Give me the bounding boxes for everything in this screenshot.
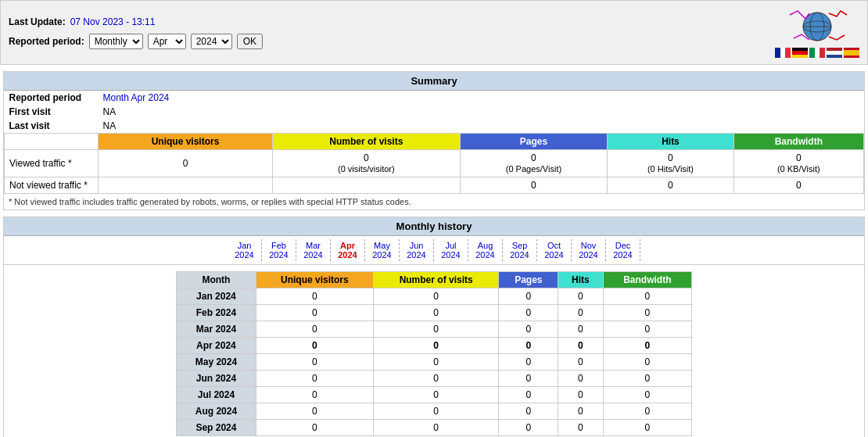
row-month: Jul 2024: [177, 387, 256, 403]
row-month: May 2024: [177, 354, 256, 371]
row-month: Jun 2024: [177, 371, 256, 387]
row-month: Apr 2024: [177, 338, 256, 354]
history-row: Jul 2024 0 0 0 0 0: [177, 387, 692, 403]
month-nav-item[interactable]: Jan2024: [228, 239, 262, 261]
summary-footnote: * Not viewed traffic includes traffic ge…: [4, 194, 864, 210]
row-hits: 0: [558, 371, 603, 387]
row-month: Feb 2024: [177, 305, 256, 321]
month-nav-item[interactable]: Sep2024: [503, 239, 537, 261]
row-pages: 0: [499, 371, 558, 387]
row-month: Jan 2024: [177, 288, 256, 305]
reported-period-row: Reported period: Daily Monthly Yearly Ja…: [9, 34, 263, 49]
monthly-history-section: Monthly history Jan2024Feb2024Mar2024Apr…: [3, 217, 865, 437]
month-nav-item[interactable]: May2024: [365, 239, 400, 261]
ok-button[interactable]: OK: [237, 34, 263, 49]
logo-area: [775, 7, 859, 58]
month-nav-item[interactable]: Jul2024: [434, 239, 468, 261]
month-nav-item[interactable]: Apr2024: [331, 239, 365, 261]
flag-italy: [809, 48, 825, 58]
last-visit-row: Last visit NA: [5, 119, 864, 134]
reported-period-label: Reported period:: [9, 36, 84, 47]
viewed-bandwidth: 0 (0 KB/Visit): [733, 150, 863, 177]
row-pages: 0: [499, 403, 558, 420]
row-unique: 0: [256, 338, 373, 354]
top-bar: Last Update: 07 Nov 2023 - 13:11 Reporte…: [0, 0, 868, 65]
period-select[interactable]: Daily Monthly Yearly: [89, 34, 143, 49]
lv-value: NA: [99, 119, 864, 134]
h-col-hits: Hits: [558, 272, 603, 288]
col-visits-header: Number of visits: [273, 134, 461, 150]
flag-germany: [792, 48, 808, 58]
col-unique-header: Unique visitors: [99, 134, 273, 150]
history-header-row: Month Unique visitors Number of visits P…: [177, 272, 692, 288]
row-unique: 0: [256, 420, 373, 436]
history-row: Apr 2024 0 0 0 0 0: [177, 338, 692, 354]
row-visits: 0: [373, 321, 499, 338]
not-viewed-bandwidth: 0: [733, 177, 863, 194]
h-col-month: Month: [177, 272, 256, 288]
col-bandwidth-header: Bandwidth: [733, 134, 863, 150]
viewed-label: Viewed traffic *: [5, 150, 99, 177]
h-col-unique: Unique visitors: [256, 272, 373, 288]
row-pages: 0: [499, 354, 558, 371]
history-row: Sep 2024 0 0 0 0 0: [177, 420, 692, 436]
row-hits: 0: [558, 321, 603, 338]
first-visit-row: First visit NA: [5, 105, 864, 119]
year-select[interactable]: 202220232024: [191, 34, 232, 49]
row-bandwidth: 0: [603, 354, 691, 371]
month-nav-item[interactable]: Feb2024: [262, 239, 296, 261]
row-hits: 0: [558, 354, 603, 371]
month-nav: Jan2024Feb2024Mar2024Apr2024May2024Jun20…: [4, 236, 864, 265]
row-pages: 0: [499, 387, 558, 403]
history-row: Mar 2024 0 0 0 0 0: [177, 321, 692, 338]
fv-label: First visit: [5, 105, 99, 119]
viewed-visits: 0 (0 visits/visitor): [273, 150, 461, 177]
history-row: May 2024 0 0 0 0 0: [177, 354, 692, 371]
history-row: Jan 2024 0 0 0 0 0: [177, 288, 692, 305]
month-nav-item[interactable]: Aug2024: [468, 239, 503, 261]
not-viewed-traffic-row: Not viewed traffic * 0 0 0: [5, 177, 864, 194]
row-month: Mar 2024: [177, 321, 256, 338]
summary-header-row: Unique visitors Number of visits Pages H…: [5, 134, 864, 150]
not-viewed-hits: 0: [608, 177, 733, 194]
row-pages: 0: [499, 420, 558, 436]
last-update-value: 07 Nov 2023 - 13:11: [70, 16, 156, 27]
summary-section: Summary Reported period Month Apr 2024 F…: [3, 71, 865, 210]
summary-title: Summary: [4, 72, 864, 91]
col-hits-header: Hits: [608, 134, 733, 150]
row-pages: 0: [499, 338, 558, 354]
top-bar-info: Last Update: 07 Nov 2023 - 13:11 Reporte…: [9, 16, 263, 49]
history-row: Aug 2024 0 0 0 0 0: [177, 403, 692, 420]
not-viewed-unique: [99, 177, 273, 194]
month-nav-item[interactable]: Nov2024: [572, 239, 606, 261]
row-unique: 0: [256, 354, 373, 371]
row-visits: 0: [373, 354, 499, 371]
viewed-unique: 0: [99, 150, 273, 177]
row-bandwidth: 0: [603, 371, 691, 387]
viewed-pages: 0 (0 Pages/Visit): [460, 150, 608, 177]
row-unique: 0: [256, 387, 373, 403]
month-nav-item[interactable]: Jun2024: [400, 239, 434, 261]
row-unique: 0: [256, 403, 373, 420]
history-table: Month Unique visitors Number of visits P…: [176, 271, 692, 436]
row-visits: 0: [373, 371, 499, 387]
month-nav-item[interactable]: Oct2024: [537, 239, 572, 261]
history-row: Feb 2024 0 0 0 0 0: [177, 305, 692, 321]
row-bandwidth: 0: [603, 288, 691, 305]
row-bandwidth: 0: [603, 321, 691, 338]
month-select[interactable]: JanFebMar AprMayJun JulAugSep OctNovDec: [148, 34, 186, 49]
row-visits: 0: [373, 288, 499, 305]
month-nav-item[interactable]: Mar2024: [296, 239, 331, 261]
row-hits: 0: [558, 387, 603, 403]
viewed-traffic-row: Viewed traffic * 0 0 (0 visits/visitor) …: [5, 150, 864, 177]
h-col-visits: Number of visits: [373, 272, 499, 288]
row-month: Aug 2024: [177, 403, 256, 420]
lv-label: Last visit: [5, 119, 99, 134]
row-unique: 0: [256, 288, 373, 305]
row-visits: 0: [373, 420, 499, 436]
fv-value: NA: [99, 105, 864, 119]
month-nav-item[interactable]: Dec2024: [606, 239, 640, 261]
row-hits: 0: [558, 420, 603, 436]
h-col-bandwidth: Bandwidth: [603, 272, 691, 288]
h-col-pages: Pages: [499, 272, 558, 288]
